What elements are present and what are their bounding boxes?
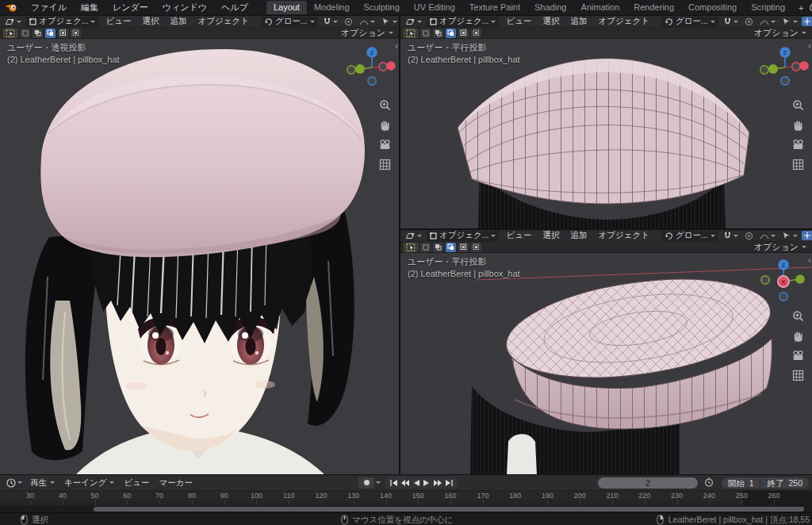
transform-orientation-selector[interactable]: グロー...: [661, 17, 718, 27]
gizmo-axis-y[interactable]: [768, 64, 778, 74]
select-mode-new-icon[interactable]: [20, 29, 30, 38]
tool-options-dropdown[interactable]: オプション: [341, 28, 396, 39]
menu-view[interactable]: ビュー: [102, 16, 135, 27]
snap-target-button[interactable]: [321, 17, 339, 26]
select-mode-invert-icon[interactable]: [458, 243, 469, 252]
active-tool-button[interactable]: [404, 29, 418, 38]
select-mode-subtract-icon[interactable]: [446, 29, 456, 38]
show-gizmo-toggle[interactable]: [802, 17, 812, 26]
play-reverse-button[interactable]: [412, 479, 420, 487]
app-menu-編集[interactable]: 編集: [74, 2, 105, 13]
gizmo-axis-x[interactable]: [799, 61, 809, 71]
timeline-ruler[interactable]: 3040506070809010011012013014015016017018…: [0, 490, 812, 500]
app-menu-ファイル[interactable]: ファイル: [24, 2, 74, 13]
select-mode-subtract-icon[interactable]: [446, 243, 456, 252]
viewport-top-right-canvas[interactable]: ユーザー・平行投影 (2) LeatherBeret | pillbox_hat…: [400, 39, 812, 228]
tab-sculpting[interactable]: Sculpting: [357, 1, 407, 14]
navigation-gizmo[interactable]: Z X: [758, 255, 809, 305]
editor-type-button[interactable]: [404, 17, 423, 26]
transform-orientation-selector[interactable]: グロー...: [261, 17, 318, 27]
gizmo-axis-y[interactable]: [355, 64, 365, 74]
jump-to-start-button[interactable]: [389, 479, 398, 487]
tab-layout[interactable]: Layout: [266, 1, 307, 14]
tab-texture-paint[interactable]: Texture Paint: [462, 1, 527, 14]
pan-view-button[interactable]: [379, 119, 391, 131]
timeline-menu-キーイング[interactable]: キーイング: [59, 477, 119, 489]
tab-scripting[interactable]: Scripting: [744, 1, 792, 14]
pan-view-button[interactable]: [792, 330, 804, 342]
tab-uv-editing[interactable]: UV Editing: [407, 1, 462, 14]
editor-type-button[interactable]: [404, 232, 423, 240]
tab-shading[interactable]: Shading: [527, 1, 573, 14]
toggle-ortho-button[interactable]: [792, 159, 804, 171]
active-tool-button[interactable]: [404, 243, 418, 252]
select-mode-extend-icon[interactable]: [433, 29, 443, 38]
timeline-menu-ビュー[interactable]: ビュー: [119, 477, 154, 489]
start-frame-field[interactable]: 開始1: [722, 477, 760, 489]
gizmo-axis-x[interactable]: [386, 61, 396, 71]
viewport-left[interactable]: オブジェク... ビュー 選択 追加 オブジェクト グロー...: [0, 16, 399, 474]
tab-compositing[interactable]: Compositing: [681, 1, 744, 14]
mode-selector[interactable]: オブジェク...: [26, 17, 98, 27]
gizmo-axis-x-neg[interactable]: [379, 63, 387, 71]
proportional-editing-button[interactable]: [743, 232, 755, 240]
proportional-falloff-button[interactable]: [758, 232, 777, 240]
toggle-ortho-button[interactable]: [379, 159, 391, 171]
gizmo-axis-y-neg[interactable]: [761, 276, 769, 284]
auto-keying-button[interactable]: [358, 477, 374, 489]
timeline-menu-マーカー[interactable]: マーカー: [154, 477, 197, 489]
viewport-top-right[interactable]: オブジェク... ビュー 選択 追加 オブジェクト グロー...: [400, 16, 812, 228]
tab-animation[interactable]: Animation: [573, 1, 626, 14]
zoom-view-button[interactable]: [379, 99, 391, 111]
gizmo-axis-x-neg[interactable]: [792, 63, 800, 71]
view-object-types-button[interactable]: [380, 17, 399, 25]
menu-add[interactable]: 追加: [566, 16, 591, 27]
select-mode-intersect-icon[interactable]: [471, 243, 481, 252]
end-frame-field[interactable]: 終了250: [760, 477, 809, 489]
mode-selector[interactable]: オブジェク...: [427, 231, 499, 241]
menu-object[interactable]: オブジェクト: [193, 16, 252, 27]
menu-add[interactable]: 追加: [566, 230, 591, 241]
menu-object[interactable]: オブジェクト: [594, 16, 653, 27]
select-mode-invert-icon[interactable]: [58, 29, 68, 38]
add-workspace-button[interactable]: +: [792, 3, 810, 13]
zoom-view-button[interactable]: [792, 99, 804, 111]
menu-select[interactable]: 選択: [538, 16, 563, 27]
editor-type-button[interactable]: [3, 17, 23, 26]
menu-view[interactable]: ビュー: [502, 16, 535, 27]
blender-menu-button[interactable]: [5, 2, 17, 13]
gizmo-axis-y[interactable]: [795, 274, 805, 284]
menu-view[interactable]: ビュー: [502, 230, 535, 241]
proportional-editing-button[interactable]: [343, 17, 354, 26]
pan-view-button[interactable]: [792, 119, 804, 131]
menu-add[interactable]: 追加: [166, 16, 190, 27]
active-tool-button[interactable]: [3, 29, 17, 38]
timeline-scrollbar[interactable]: [0, 505, 812, 512]
zoom-view-button[interactable]: [792, 310, 804, 322]
show-gizmo-toggle[interactable]: [802, 231, 812, 240]
use-preview-range-button[interactable]: [704, 477, 714, 487]
gizmo-axis-z-neg[interactable]: [368, 77, 376, 85]
view-object-types-button[interactable]: [780, 17, 799, 25]
proportional-editing-button[interactable]: [743, 17, 755, 26]
next-keyframe-button[interactable]: [433, 479, 442, 487]
gizmo-axis-y-neg[interactable]: [347, 66, 355, 74]
menu-object[interactable]: オブジェクト: [594, 230, 653, 241]
prev-keyframe-button[interactable]: [400, 479, 410, 487]
snap-target-button[interactable]: [722, 17, 740, 26]
navigation-gizmo[interactable]: Z: [758, 44, 809, 93]
tab-rendering[interactable]: Rendering: [626, 1, 681, 14]
play-button[interactable]: [423, 479, 431, 487]
current-frame-field[interactable]: 2: [598, 477, 698, 489]
app-menu-ウィンドウ[interactable]: ウィンドウ: [155, 2, 214, 13]
tool-options-dropdown[interactable]: オプション: [754, 28, 809, 39]
select-mode-extend-icon[interactable]: [33, 29, 43, 38]
camera-view-button[interactable]: [379, 139, 391, 151]
select-mode-new-icon[interactable]: [420, 29, 431, 38]
select-mode-intersect-icon[interactable]: [471, 29, 481, 38]
scrollbar-thumb[interactable]: [94, 507, 804, 512]
camera-view-button[interactable]: [792, 350, 804, 362]
viewport-bottom-right[interactable]: オブジェク... ビュー 選択 追加 オブジェクト グロー...: [400, 230, 812, 474]
gizmo-axis-y-neg[interactable]: [760, 66, 768, 74]
snap-target-button[interactable]: [722, 232, 740, 240]
